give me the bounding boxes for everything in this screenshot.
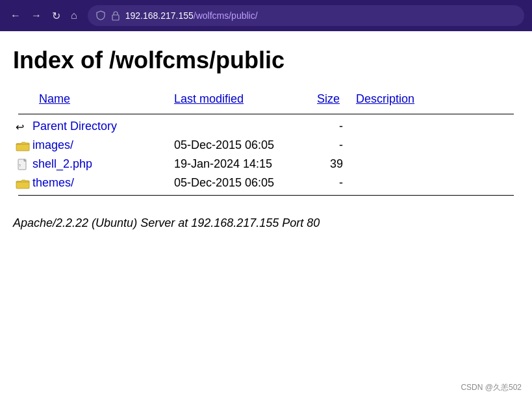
table-row: images/05-Dec-2015 06:05- bbox=[13, 136, 519, 155]
file-modified-cell: 05-Dec-2015 06:05 bbox=[169, 136, 312, 155]
file-name-cell: images/ bbox=[13, 136, 169, 155]
file-link[interactable]: images/ bbox=[32, 138, 73, 152]
forward-button[interactable]: → bbox=[29, 7, 44, 24]
table-row: ? shell_2.php19-Jan-2024 14:1539 bbox=[13, 155, 519, 174]
footer-separator bbox=[13, 192, 519, 198]
page-content: Index of /wolfcms/public Name Last modif… bbox=[0, 31, 532, 211]
directory-tbody: ↩Parent Directory- images/05-Dec-2015 06… bbox=[13, 117, 519, 192]
file-link[interactable]: Parent Directory bbox=[32, 120, 117, 133]
address-domain: 192.168.217.155 bbox=[125, 10, 194, 21]
file-description-cell bbox=[351, 136, 519, 155]
shield-icon bbox=[95, 10, 106, 21]
file-icon: ? bbox=[16, 157, 31, 171]
nav-buttons: ← → ↻ ⌂ bbox=[8, 7, 80, 25]
file-modified-cell bbox=[169, 117, 312, 136]
svg-rect-5 bbox=[16, 181, 29, 188]
file-description-cell bbox=[351, 155, 519, 174]
table-row: themes/05-Dec-2015 06:05- bbox=[13, 174, 519, 192]
address-path: /wolfcms/public/ bbox=[194, 10, 258, 21]
lock-icon bbox=[111, 10, 120, 21]
directory-table: Name Last modified Size Description ↩Par… bbox=[13, 90, 519, 198]
header-modified[interactable]: Last modified bbox=[169, 90, 312, 111]
home-button[interactable]: ⌂ bbox=[68, 7, 80, 24]
file-name-cell: ↩Parent Directory bbox=[13, 117, 169, 136]
file-name-cell: themes/ bbox=[13, 174, 169, 192]
header-description[interactable]: Description bbox=[351, 90, 519, 111]
back-button[interactable]: ← bbox=[8, 7, 23, 24]
file-description-cell bbox=[351, 117, 519, 136]
svg-rect-2 bbox=[16, 144, 29, 151]
file-name-cell: ? shell_2.php bbox=[13, 155, 169, 174]
file-size-cell: - bbox=[312, 117, 351, 136]
file-size-cell: - bbox=[312, 174, 351, 192]
svg-rect-0 bbox=[112, 15, 119, 20]
folder-icon bbox=[16, 176, 31, 190]
address-text: 192.168.217.155/wolfcms/public/ bbox=[125, 10, 258, 21]
browser-toolbar: ← → ↻ ⌂ 192.168.217.155/wolfcms/public/ bbox=[0, 0, 532, 31]
svg-text:↩: ↩ bbox=[16, 122, 24, 133]
file-modified-cell: 05-Dec-2015 06:05 bbox=[169, 174, 312, 192]
address-bar[interactable]: 192.168.217.155/wolfcms/public/ bbox=[88, 5, 524, 26]
folder-icon bbox=[16, 138, 31, 152]
watermark: CSDN @久恙502 bbox=[461, 382, 522, 393]
file-link[interactable]: themes/ bbox=[32, 176, 74, 190]
table-header-row: Name Last modified Size Description bbox=[13, 90, 519, 111]
page-title: Index of /wolfcms/public bbox=[13, 47, 519, 74]
file-description-cell bbox=[351, 174, 519, 192]
header-name[interactable]: Name bbox=[13, 90, 169, 111]
page-footer: Apache/2.2.22 (Ubuntu) Server at 192.168… bbox=[0, 216, 532, 230]
header-separator bbox=[13, 111, 519, 117]
header-size[interactable]: Size bbox=[312, 90, 351, 111]
refresh-button[interactable]: ↻ bbox=[49, 7, 63, 25]
svg-text:?: ? bbox=[19, 164, 21, 168]
file-size-cell: 39 bbox=[312, 155, 351, 174]
table-row: ↩Parent Directory- bbox=[13, 117, 519, 136]
file-modified-cell: 19-Jan-2024 14:15 bbox=[169, 155, 312, 174]
file-size-cell: - bbox=[312, 136, 351, 155]
parent-dir-icon: ↩ bbox=[16, 120, 31, 133]
file-link[interactable]: shell_2.php bbox=[32, 157, 92, 171]
